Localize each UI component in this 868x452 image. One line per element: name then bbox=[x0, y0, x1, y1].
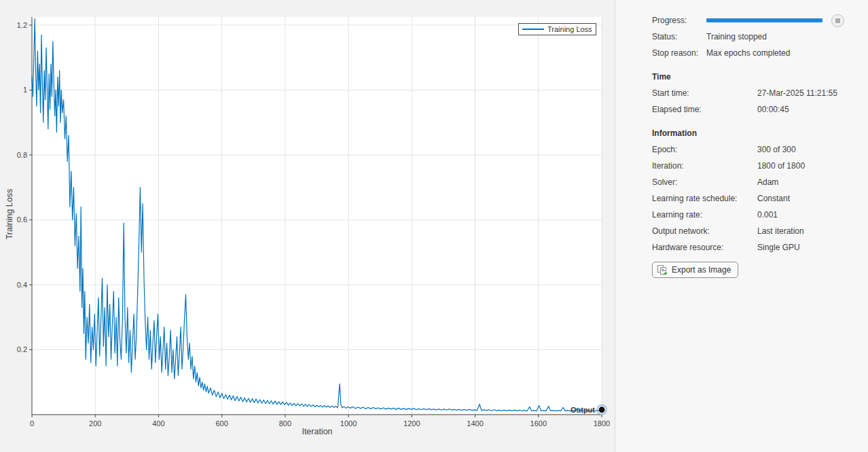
y-tick-label: 0.8 bbox=[17, 151, 27, 159]
legend-line-sample bbox=[522, 29, 544, 30]
y-tick-label: 0.6 bbox=[17, 215, 27, 224]
status-value: Training stopped bbox=[706, 32, 767, 41]
x-tick-label: 400 bbox=[152, 419, 164, 428]
x-tick-label: 1600 bbox=[530, 419, 547, 428]
stop-reason-label: Stop reason: bbox=[652, 48, 706, 58]
epoch-value: 300 of 300 bbox=[757, 145, 796, 154]
status-label: Status: bbox=[652, 32, 706, 41]
iteration-value: 1800 of 1800 bbox=[757, 161, 805, 171]
learning-rate-row: Learning rate: 0.001 bbox=[652, 207, 858, 223]
progress-label: Progress: bbox=[652, 16, 706, 25]
y-tick-label: 1.2 bbox=[17, 21, 27, 29]
lr-schedule-row: Learning rate schedule: Constant bbox=[652, 190, 858, 207]
x-tick-label: 1400 bbox=[467, 419, 483, 428]
output-network-label: Output network: bbox=[652, 226, 757, 236]
lr-schedule-value: Constant bbox=[757, 194, 790, 203]
hardware-resource-row: Hardware resource: Single GPU bbox=[652, 239, 858, 256]
stop-reason-row: Stop reason: Max epochs completed bbox=[652, 45, 858, 61]
epoch-label: Epoch: bbox=[652, 145, 757, 154]
progress-bar bbox=[706, 18, 822, 22]
export-as-image-label: Export as Image bbox=[672, 265, 731, 275]
legend-label: Training Loss bbox=[547, 25, 592, 33]
x-tick-label: 1200 bbox=[403, 419, 420, 428]
y-tick-label: 0.4 bbox=[17, 281, 27, 289]
y-tick-label: 1 bbox=[23, 86, 27, 94]
output-marker-label: Output bbox=[571, 406, 595, 414]
x-tick-label: 1800 bbox=[594, 419, 610, 428]
learning-rate-value: 0.001 bbox=[757, 210, 778, 220]
solver-label: Solver: bbox=[652, 177, 757, 187]
x-tick-label: 600 bbox=[215, 419, 228, 428]
stop-reason-value: Max epochs completed bbox=[706, 48, 790, 58]
legend: Training Loss bbox=[518, 23, 596, 35]
lr-schedule-label: Learning rate schedule: bbox=[652, 194, 757, 203]
iteration-row: Iteration: 1800 of 1800 bbox=[652, 158, 858, 174]
elapsed-time-row: Elapsed time: 00:00:45 bbox=[652, 101, 858, 118]
start-time-row: Start time: 27-Mar-2025 11:21:55 bbox=[652, 85, 858, 101]
output-network-value: Last iteration bbox=[757, 226, 804, 236]
y-tick-label: 0.2 bbox=[17, 345, 27, 353]
progress-row: Progress: bbox=[652, 12, 858, 29]
export-image-icon bbox=[657, 264, 668, 275]
time-section-title: Time bbox=[652, 71, 858, 83]
x-axis-label: Iteration bbox=[283, 427, 351, 436]
training-info-panel: Progress: Status: Training stopped Stop … bbox=[615, 0, 868, 452]
stop-icon bbox=[835, 18, 840, 23]
export-as-image-button[interactable]: Export as Image bbox=[652, 262, 738, 278]
stop-button[interactable] bbox=[831, 14, 844, 27]
iteration-label: Iteration: bbox=[652, 161, 757, 171]
elapsed-time-label: Elapsed time: bbox=[652, 105, 757, 114]
learning-rate-label: Learning rate: bbox=[652, 210, 757, 220]
x-tick-label: 200 bbox=[89, 419, 101, 428]
training-loss-chart[interactable]: 0200400600800100012001400160018000.20.40… bbox=[0, 0, 615, 452]
hardware-resource-label: Hardware resource: bbox=[652, 243, 757, 252]
start-time-label: Start time: bbox=[652, 88, 757, 98]
epoch-row: Epoch: 300 of 300 bbox=[652, 141, 858, 158]
solver-value: Adam bbox=[757, 177, 778, 187]
elapsed-time-value: 00:00:45 bbox=[757, 105, 789, 114]
x-tick-label: 0 bbox=[30, 419, 34, 428]
training-plot-panel: 0200400600800100012001400160018000.20.40… bbox=[0, 0, 615, 452]
solver-row: Solver: Adam bbox=[652, 174, 858, 190]
output-marker-dot bbox=[599, 406, 605, 413]
hardware-resource-value: Single GPU bbox=[757, 243, 800, 252]
y-axis-label: Training Loss bbox=[5, 146, 14, 282]
start-time-value: 27-Mar-2025 11:21:55 bbox=[757, 88, 837, 98]
output-network-row: Output network: Last iteration bbox=[652, 223, 858, 239]
information-section-title: Information bbox=[652, 127, 858, 139]
status-row: Status: Training stopped bbox=[652, 29, 858, 45]
